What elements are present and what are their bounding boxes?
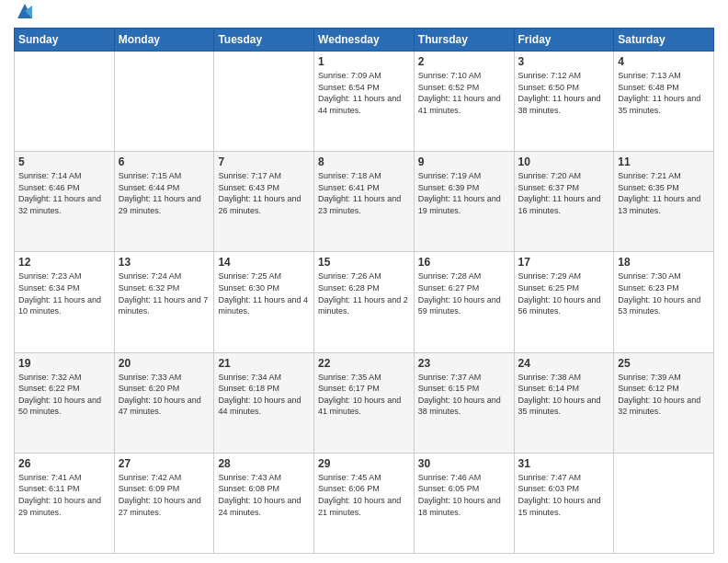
day-info: Sunrise: 7:09 AM Sunset: 6:54 PM Dayligh… xyxy=(318,70,410,116)
day-number: 19 xyxy=(18,357,110,370)
table-row: 6Sunrise: 7:15 AM Sunset: 6:44 PM Daylig… xyxy=(114,152,214,252)
day-info: Sunrise: 7:18 AM Sunset: 6:41 PM Dayligh… xyxy=(318,170,410,216)
day-info: Sunrise: 7:19 AM Sunset: 6:39 PM Dayligh… xyxy=(418,170,510,216)
header-sunday: Sunday xyxy=(15,29,115,52)
table-row: 24Sunrise: 7:38 AM Sunset: 6:14 PM Dayli… xyxy=(514,352,614,453)
day-info: Sunrise: 7:47 AM Sunset: 6:03 PM Dayligh… xyxy=(518,472,610,518)
day-info: Sunrise: 7:10 AM Sunset: 6:52 PM Dayligh… xyxy=(418,70,510,116)
day-number: 8 xyxy=(318,155,410,168)
day-number: 28 xyxy=(218,457,310,470)
day-info: Sunrise: 7:17 AM Sunset: 6:43 PM Dayligh… xyxy=(218,170,310,216)
table-row: 26Sunrise: 7:41 AM Sunset: 6:11 PM Dayli… xyxy=(15,453,115,553)
day-number: 20 xyxy=(119,357,210,370)
day-number: 3 xyxy=(518,55,610,68)
day-number: 1 xyxy=(318,55,410,68)
table-row: 2Sunrise: 7:10 AM Sunset: 6:52 PM Daylig… xyxy=(414,52,514,152)
day-info: Sunrise: 7:14 AM Sunset: 6:46 PM Dayligh… xyxy=(18,170,110,216)
table-row: 20Sunrise: 7:33 AM Sunset: 6:20 PM Dayli… xyxy=(114,352,214,453)
day-info: Sunrise: 7:38 AM Sunset: 6:14 PM Dayligh… xyxy=(518,372,610,418)
day-number: 17 xyxy=(518,256,610,269)
day-number: 7 xyxy=(218,155,310,168)
day-info: Sunrise: 7:45 AM Sunset: 6:06 PM Dayligh… xyxy=(318,472,410,518)
day-info: Sunrise: 7:42 AM Sunset: 6:09 PM Dayligh… xyxy=(119,472,210,518)
day-number: 10 xyxy=(518,155,610,168)
day-number: 24 xyxy=(518,357,610,370)
day-info: Sunrise: 7:30 AM Sunset: 6:23 PM Dayligh… xyxy=(618,270,710,316)
table-row: 12Sunrise: 7:23 AM Sunset: 6:34 PM Dayli… xyxy=(15,252,115,352)
table-row: 21Sunrise: 7:34 AM Sunset: 6:18 PM Dayli… xyxy=(214,352,314,453)
day-number: 15 xyxy=(318,256,410,269)
table-row: 14Sunrise: 7:25 AM Sunset: 6:30 PM Dayli… xyxy=(214,252,314,352)
header-friday: Friday xyxy=(514,29,614,52)
day-number: 18 xyxy=(618,256,710,269)
day-info: Sunrise: 7:15 AM Sunset: 6:44 PM Dayligh… xyxy=(119,170,210,216)
day-info: Sunrise: 7:32 AM Sunset: 6:22 PM Dayligh… xyxy=(18,372,110,418)
day-info: Sunrise: 7:33 AM Sunset: 6:20 PM Dayligh… xyxy=(119,372,210,418)
day-number: 13 xyxy=(119,256,210,269)
table-row: 29Sunrise: 7:45 AM Sunset: 6:06 PM Dayli… xyxy=(314,453,415,553)
logo xyxy=(14,9,34,20)
day-info: Sunrise: 7:39 AM Sunset: 6:12 PM Dayligh… xyxy=(618,372,710,418)
day-number: 11 xyxy=(618,155,710,168)
table-row: 31Sunrise: 7:47 AM Sunset: 6:03 PM Dayli… xyxy=(514,453,614,553)
day-number: 4 xyxy=(618,55,710,68)
table-row: 11Sunrise: 7:21 AM Sunset: 6:35 PM Dayli… xyxy=(614,152,714,252)
table-row: 30Sunrise: 7:46 AM Sunset: 6:05 PM Dayli… xyxy=(414,453,514,553)
day-info: Sunrise: 7:13 AM Sunset: 6:48 PM Dayligh… xyxy=(618,70,710,116)
day-info: Sunrise: 7:37 AM Sunset: 6:15 PM Dayligh… xyxy=(418,372,510,418)
table-row: 13Sunrise: 7:24 AM Sunset: 6:32 PM Dayli… xyxy=(114,252,214,352)
table-row: 27Sunrise: 7:42 AM Sunset: 6:09 PM Dayli… xyxy=(114,453,214,553)
day-number: 27 xyxy=(119,457,210,470)
page: Sunday Monday Tuesday Wednesday Thursday… xyxy=(0,0,728,563)
header-saturday: Saturday xyxy=(614,29,714,52)
table-row: 17Sunrise: 7:29 AM Sunset: 6:25 PM Dayli… xyxy=(514,252,614,352)
day-info: Sunrise: 7:25 AM Sunset: 6:30 PM Dayligh… xyxy=(218,270,310,316)
table-row xyxy=(15,52,115,152)
day-info: Sunrise: 7:26 AM Sunset: 6:28 PM Dayligh… xyxy=(318,270,410,316)
table-row: 8Sunrise: 7:18 AM Sunset: 6:41 PM Daylig… xyxy=(314,152,415,252)
header-tuesday: Tuesday xyxy=(214,29,314,52)
header-wednesday: Wednesday xyxy=(314,29,415,52)
day-info: Sunrise: 7:29 AM Sunset: 6:25 PM Dayligh… xyxy=(518,270,610,316)
day-info: Sunrise: 7:41 AM Sunset: 6:11 PM Dayligh… xyxy=(18,472,110,518)
day-number: 16 xyxy=(418,256,510,269)
day-number: 2 xyxy=(418,55,510,68)
table-row: 23Sunrise: 7:37 AM Sunset: 6:15 PM Dayli… xyxy=(414,352,514,453)
day-number: 14 xyxy=(218,256,310,269)
day-number: 26 xyxy=(18,457,110,470)
header-monday: Monday xyxy=(114,29,214,52)
day-info: Sunrise: 7:23 AM Sunset: 6:34 PM Dayligh… xyxy=(18,270,110,316)
day-number: 23 xyxy=(418,357,510,370)
table-row: 5Sunrise: 7:14 AM Sunset: 6:46 PM Daylig… xyxy=(15,152,115,252)
table-row: 19Sunrise: 7:32 AM Sunset: 6:22 PM Dayli… xyxy=(15,352,115,453)
day-number: 29 xyxy=(318,457,410,470)
day-number: 31 xyxy=(518,457,610,470)
day-number: 6 xyxy=(119,155,210,168)
day-info: Sunrise: 7:46 AM Sunset: 6:05 PM Dayligh… xyxy=(418,472,510,518)
header xyxy=(14,9,714,20)
day-info: Sunrise: 7:35 AM Sunset: 6:17 PM Dayligh… xyxy=(318,372,410,418)
day-number: 22 xyxy=(318,357,410,370)
table-row xyxy=(214,52,314,152)
table-row: 7Sunrise: 7:17 AM Sunset: 6:43 PM Daylig… xyxy=(214,152,314,252)
day-info: Sunrise: 7:43 AM Sunset: 6:08 PM Dayligh… xyxy=(218,472,310,518)
day-number: 12 xyxy=(18,256,110,269)
day-number: 25 xyxy=(618,357,710,370)
table-row: 28Sunrise: 7:43 AM Sunset: 6:08 PM Dayli… xyxy=(214,453,314,553)
calendar-table: Sunday Monday Tuesday Wednesday Thursday… xyxy=(14,28,714,554)
day-number: 30 xyxy=(418,457,510,470)
table-row: 3Sunrise: 7:12 AM Sunset: 6:50 PM Daylig… xyxy=(514,52,614,152)
table-row: 18Sunrise: 7:30 AM Sunset: 6:23 PM Dayli… xyxy=(614,252,714,352)
table-row xyxy=(114,52,214,152)
table-row: 4Sunrise: 7:13 AM Sunset: 6:48 PM Daylig… xyxy=(614,52,714,152)
day-number: 9 xyxy=(418,155,510,168)
table-row: 10Sunrise: 7:20 AM Sunset: 6:37 PM Dayli… xyxy=(514,152,614,252)
day-info: Sunrise: 7:28 AM Sunset: 6:27 PM Dayligh… xyxy=(418,270,510,316)
day-info: Sunrise: 7:21 AM Sunset: 6:35 PM Dayligh… xyxy=(618,170,710,216)
day-info: Sunrise: 7:20 AM Sunset: 6:37 PM Dayligh… xyxy=(518,170,610,216)
header-thursday: Thursday xyxy=(414,29,514,52)
day-number: 21 xyxy=(218,357,310,370)
day-info: Sunrise: 7:34 AM Sunset: 6:18 PM Dayligh… xyxy=(218,372,310,418)
day-number: 5 xyxy=(18,155,110,168)
table-row: 9Sunrise: 7:19 AM Sunset: 6:39 PM Daylig… xyxy=(414,152,514,252)
